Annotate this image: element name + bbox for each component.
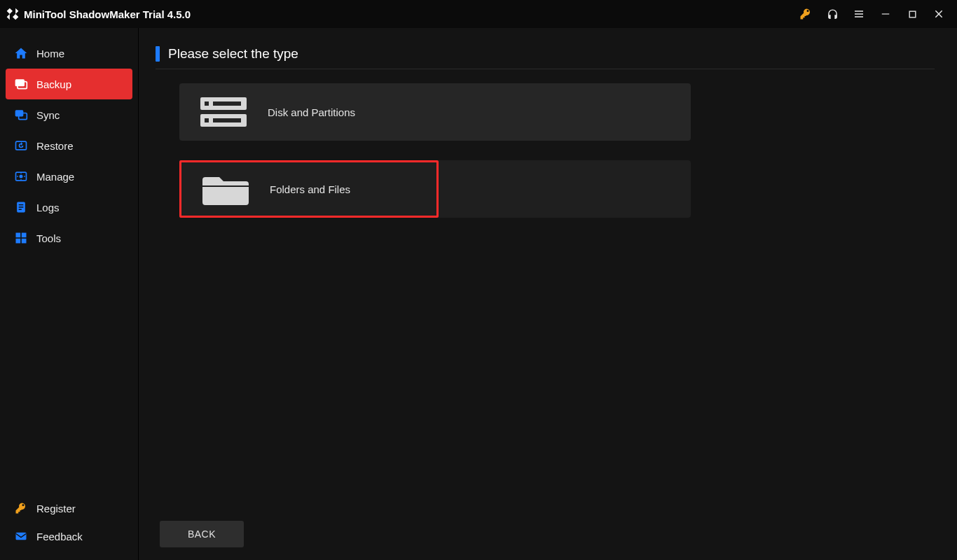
svg-rect-1: [909, 11, 916, 18]
svg-rect-17: [16, 533, 27, 540]
option-label: Disk and Partitions: [268, 106, 355, 118]
sidebar-item-label: Sync: [36, 109, 60, 121]
headset-icon[interactable]: [825, 7, 839, 21]
sidebar-item-label: Logs: [36, 202, 60, 214]
folder-icon: [201, 170, 250, 208]
main-panel: Please select the type Disk: [139, 28, 957, 560]
sidebar-item-tools[interactable]: Tools: [6, 223, 132, 253]
page-heading: Please select the type: [156, 46, 935, 69]
key-icon[interactable]: [799, 7, 813, 21]
svg-rect-10: [19, 204, 24, 206]
sidebar: Home Backup Sync Restore: [0, 28, 139, 560]
svg-rect-2: [15, 79, 25, 86]
sidebar-item-label: Tools: [36, 232, 61, 244]
svg-rect-20: [213, 102, 241, 106]
svg-rect-12: [19, 209, 22, 211]
svg-rect-22: [205, 118, 209, 122]
sidebar-item-label: Backup: [36, 78, 71, 90]
sidebar-item-backup[interactable]: Backup: [6, 69, 132, 99]
heading-accent-bar: [156, 46, 160, 62]
sidebar-item-manage[interactable]: Manage: [6, 161, 132, 192]
svg-rect-13: [16, 233, 21, 238]
sync-icon: [14, 108, 28, 122]
sidebar-item-label: Home: [36, 48, 64, 59]
option-disk-and-partitions[interactable]: Disk and Partitions: [179, 83, 691, 141]
svg-rect-15: [16, 239, 21, 244]
tools-icon: [14, 231, 28, 245]
svg-rect-23: [213, 118, 241, 122]
page-title: Please select the type: [168, 46, 298, 62]
svg-rect-14: [22, 233, 27, 238]
sidebar-item-label: Register: [36, 503, 76, 514]
sidebar-item-label: Restore: [36, 140, 74, 152]
back-button-label: BACK: [188, 528, 216, 540]
app-logo-icon: [6, 7, 20, 21]
svg-point-8: [20, 175, 23, 178]
logs-icon: [14, 200, 28, 214]
svg-rect-0: [882, 13, 890, 14]
minimize-icon[interactable]: [879, 7, 893, 21]
sidebar-item-feedback[interactable]: Feedback: [6, 522, 132, 550]
disk-partitions-icon: [199, 93, 248, 131]
sidebar-item-register[interactable]: Register: [6, 494, 132, 522]
close-icon[interactable]: [932, 7, 946, 21]
option-label: Folders and Files: [270, 183, 350, 195]
svg-rect-19: [205, 102, 209, 106]
feedback-mail-icon: [14, 529, 28, 543]
back-button[interactable]: BACK: [160, 521, 244, 547]
svg-rect-16: [22, 239, 27, 244]
svg-rect-11: [19, 206, 24, 208]
sidebar-item-label: Manage: [36, 171, 74, 183]
menu-icon[interactable]: [852, 7, 866, 21]
option-folders-and-files[interactable]: Folders and Files: [179, 160, 691, 218]
restore-icon: [14, 139, 28, 153]
home-icon: [14, 46, 28, 60]
sidebar-item-logs[interactable]: Logs: [6, 192, 132, 223]
register-key-icon: [14, 501, 28, 515]
sidebar-item-home[interactable]: Home: [6, 38, 132, 69]
maximize-icon[interactable]: [905, 7, 919, 21]
sidebar-item-restore[interactable]: Restore: [6, 130, 132, 161]
sidebar-item-sync[interactable]: Sync: [6, 99, 132, 130]
sidebar-item-label: Feedback: [36, 531, 83, 542]
manage-icon: [14, 169, 28, 183]
title-bar: MiniTool ShadowMaker Trial 4.5.0: [0, 0, 957, 28]
backup-icon: [14, 77, 28, 91]
app-title: MiniTool ShadowMaker Trial 4.5.0: [24, 8, 191, 20]
